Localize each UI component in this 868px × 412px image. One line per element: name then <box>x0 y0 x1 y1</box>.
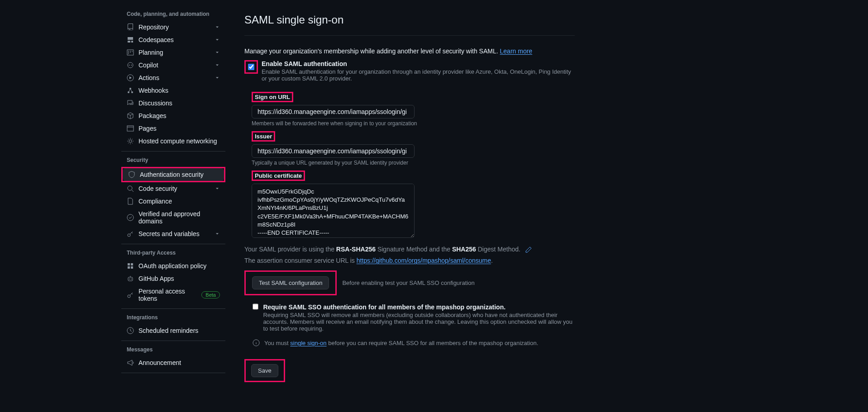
svg-point-0 <box>128 62 133 68</box>
cert-label: Public certificate <box>252 170 305 181</box>
section-header-security: Security <box>121 155 225 165</box>
svg-rect-16 <box>128 277 133 281</box>
sidebar-item-scheduled-reminders[interactable]: Scheduled reminders <box>121 324 225 337</box>
require-sso-title: Require SAML SSO authentication for all … <box>263 303 575 311</box>
sidebar-item-hosted-compute[interactable]: Hosted compute networking <box>121 135 225 147</box>
clock-icon <box>127 327 134 334</box>
sidebar-item-personal-tokens[interactable]: Personal access tokens Beta <box>121 285 225 305</box>
divider <box>244 35 575 36</box>
sidebar-item-label: Actions <box>138 74 210 81</box>
info-icon <box>253 339 260 346</box>
verified-icon <box>127 214 134 221</box>
sidebar-item-discussions[interactable]: Discussions <box>121 97 225 109</box>
section-header-code: Code, planning, and automation <box>121 9 225 19</box>
sidebar-item-packages[interactable]: Packages <box>121 109 225 122</box>
sidebar-item-planning[interactable]: Planning <box>121 46 225 59</box>
divider <box>121 244 225 244</box>
page-subhead: Manage your organization's membership wh… <box>244 42 575 55</box>
sidebar-item-label: Codespaces <box>138 36 210 43</box>
learn-more-link[interactable]: Learn more <box>500 47 533 55</box>
svg-point-18 <box>131 279 132 279</box>
section-header-integrations: Integrations <box>121 313 225 322</box>
codespaces-icon <box>127 36 134 43</box>
svg-rect-13 <box>131 263 133 265</box>
chevron-down-icon <box>215 62 220 68</box>
sidebar-item-label: Pages <box>138 125 220 132</box>
sidebar-item-secrets[interactable]: Secrets and variables <box>121 227 225 240</box>
svg-point-10 <box>127 214 134 221</box>
svg-point-8 <box>129 140 132 142</box>
sidebar-item-label: Announcement <box>138 359 220 366</box>
sidebar-item-label: Authentication security <box>140 171 219 178</box>
play-icon <box>127 74 134 81</box>
sidebar-item-codespaces[interactable]: Codespaces <box>121 33 225 46</box>
chevron-down-icon <box>215 50 220 55</box>
single-signon-link[interactable]: single sign-on <box>290 340 326 346</box>
sidebar-item-label: Discussions <box>138 99 220 107</box>
sidebar-item-webhooks[interactable]: Webhooks <box>121 84 225 97</box>
section-header-third-party: Third-party Access <box>121 248 225 258</box>
settings-sidebar: Code, planning, and automation Repositor… <box>0 0 231 412</box>
enable-saml-title: Enable SAML authentication <box>262 60 575 67</box>
save-button[interactable]: Save <box>251 364 278 377</box>
divider <box>121 151 225 152</box>
key-icon <box>127 291 134 298</box>
svg-point-9 <box>128 186 132 190</box>
enable-saml-checkbox[interactable] <box>248 64 254 70</box>
consumer-url-info: The assertion consumer service URL is ht… <box>244 257 575 264</box>
sidebar-item-label: Hosted compute networking <box>138 137 220 145</box>
sidebar-item-verified-domains[interactable]: Verified and approved domains <box>121 208 225 227</box>
cert-textarea[interactable]: m5OwxU5FrkGDjqDc ivfhbPszGmoCpYAs0jY/yWO… <box>252 184 415 238</box>
divider <box>121 341 225 341</box>
sidebar-item-label: Verified and approved domains <box>138 210 220 225</box>
shield-icon <box>128 171 135 178</box>
sidebar-item-oauth-policy[interactable]: OAuth application policy <box>121 260 225 272</box>
sidebar-item-label: Compliance <box>138 198 220 205</box>
svg-point-1 <box>129 65 130 66</box>
discussions-icon <box>127 99 134 107</box>
sidebar-item-label: Personal access tokens <box>138 288 197 302</box>
sidebar-item-announcement[interactable]: Announcement <box>121 356 225 369</box>
consumer-url-link[interactable]: https://github.com/orgs/mpashop/saml/con… <box>357 257 491 264</box>
apps-icon <box>127 262 134 270</box>
sidebar-item-copilot[interactable]: Copilot <box>121 59 225 71</box>
chevron-down-icon <box>215 231 220 237</box>
sidebar-item-authentication-security[interactable]: Authentication security <box>123 168 224 181</box>
sidebar-item-label: OAuth application policy <box>138 262 220 270</box>
sidebar-item-pages[interactable]: Pages <box>121 122 225 135</box>
sidebar-item-actions[interactable]: Actions <box>121 71 225 84</box>
sidebar-item-label: Webhooks <box>138 87 220 94</box>
sidebar-item-label: Code security <box>138 185 210 192</box>
copilot-icon <box>127 62 134 69</box>
issuer-input[interactable] <box>252 144 415 158</box>
page-title: SAML single sign-on <box>244 14 575 26</box>
require-sso-checkbox[interactable] <box>253 303 258 310</box>
sidebar-item-label: Planning <box>138 49 210 56</box>
chevron-down-icon <box>215 24 220 30</box>
require-sso-desc: Requiring SAML SSO will remove all membe… <box>263 312 575 332</box>
main-content: SAML single sign-on Manage your organiza… <box>231 0 593 412</box>
divider <box>121 308 225 309</box>
signon-url-label: Sign on URL <box>252 92 293 102</box>
sidebar-item-compliance[interactable]: Compliance <box>121 195 225 208</box>
sidebar-item-github-apps[interactable]: GitHub Apps <box>121 272 225 285</box>
repo-icon <box>127 24 134 31</box>
beta-badge: Beta <box>201 291 220 298</box>
sidebar-item-label: Secrets and variables <box>138 230 210 237</box>
browser-icon <box>127 125 134 132</box>
package-icon <box>127 112 134 119</box>
issuer-help: Typically a unique URL generated by your… <box>252 160 575 166</box>
enable-saml-desc: Enable SAML authentication for your orga… <box>262 68 575 82</box>
test-saml-button[interactable]: Test SAML configuration <box>252 276 329 289</box>
pencil-icon[interactable] <box>525 246 532 253</box>
signon-url-input[interactable] <box>252 105 415 118</box>
sidebar-item-repository[interactable]: Repository <box>121 21 225 33</box>
svg-point-17 <box>129 279 130 279</box>
megaphone-icon <box>127 359 134 366</box>
sidebar-item-code-security[interactable]: Code security <box>121 182 225 195</box>
section-header-messages: Messages <box>121 345 225 355</box>
chevron-down-icon <box>215 37 220 43</box>
chevron-down-icon <box>215 75 220 81</box>
signon-url-help: Members will be forwarded here when sign… <box>252 120 575 127</box>
project-icon <box>127 49 134 56</box>
